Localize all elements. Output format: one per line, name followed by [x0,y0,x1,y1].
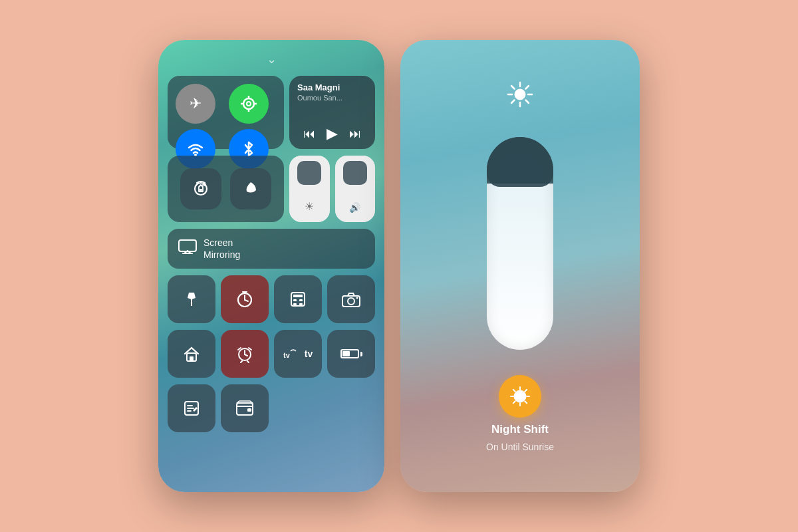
svg-line-35 [247,361,249,362]
svg-text:tv: tv [283,351,291,359]
timer-button[interactable] [221,275,269,323]
app-grid-row-2: tv tv [168,330,375,378]
night-shift-panel: Night Shift On Until Sunrise [400,40,640,492]
next-button[interactable]: ⏭ [349,127,361,141]
svg-rect-23 [293,295,303,297]
screen-mirroring-button[interactable]: ScreenMirroring [168,229,375,269]
svg-line-31 [245,354,247,356]
sun-icon-top [505,80,535,112]
svg-rect-8 [200,189,202,191]
music-panel: Saa Magni Oumou San... ⏮ ▶ ⏭ [289,76,375,149]
screen-mirroring-icon [178,239,197,258]
wallet-button[interactable] [221,384,269,432]
music-title: Saa Magni [297,82,367,94]
svg-line-60 [513,401,515,403]
music-artist: Oumou San... [297,94,367,102]
volume-slider[interactable]: 🔊 [335,156,376,222]
brightness-slider-handle [487,137,553,187]
svg-line-59 [525,390,527,392]
airplane-mode-button[interactable]: ✈ [176,84,215,124]
flashlight-button[interactable] [168,275,215,323]
screen-mirroring-row: ScreenMirroring [168,229,375,269]
notes-button[interactable] [168,384,215,432]
volume-icon: 🔊 [349,202,360,213]
calculator-button[interactable] [274,275,322,323]
svg-line-58 [525,401,527,403]
alarm-button[interactable] [221,330,269,378]
battery-icon [340,349,362,358]
svg-line-51 [511,100,515,104]
svg-line-49 [526,100,529,104]
app-grid-row-3 [168,384,375,432]
svg-rect-22 [299,303,303,305]
cellular-button[interactable] [229,84,269,124]
music-controls: ⏮ ▶ ⏭ [297,125,367,142]
svg-line-13 [245,300,248,301]
svg-point-52 [514,390,526,402]
appletv-button[interactable]: tv tv [274,330,322,378]
control-center-panel: ⌄ ✈ [158,40,384,492]
play-button[interactable]: ▶ [327,125,338,142]
rotation-lock-button[interactable] [180,168,221,209]
brightness-icon: ☀ [305,200,314,213]
svg-line-48 [511,86,515,89]
night-shift-sublabel: On Until Sunrise [486,442,554,452]
brightness-vertical-slider[interactable] [487,137,553,350]
svg-line-50 [526,86,529,89]
camera-button[interactable] [327,275,375,323]
svg-point-0 [243,98,254,109]
sliders-panel: ☀ 🔊 [289,156,375,222]
night-shift-bottom: Night Shift On Until Sunrise [486,375,554,452]
svg-rect-9 [179,240,196,251]
home-app-button[interactable] [168,330,215,378]
svg-rect-20 [299,299,303,301]
connectivity-panel: ✈ [168,76,284,149]
svg-point-26 [356,297,358,299]
battery-button[interactable] [327,330,375,378]
prev-button[interactable]: ⏮ [303,127,315,141]
svg-point-25 [348,298,354,305]
second-row: ☀ 🔊 [168,156,375,222]
svg-line-57 [513,390,515,392]
top-row: ✈ [168,76,375,149]
svg-rect-21 [293,303,297,305]
brightness-slider[interactable]: ☀ [289,156,330,222]
toggles-panel [168,156,284,222]
svg-rect-19 [293,299,297,301]
night-shift-icon-button[interactable] [499,375,541,418]
night-shift-label: Night Shift [491,423,549,436]
svg-rect-28 [190,356,194,361]
svg-point-43 [515,89,525,100]
do-not-disturb-button[interactable] [230,168,271,209]
chevron-down-icon[interactable]: ⌄ [168,52,375,66]
svg-line-34 [241,361,242,362]
screen-mirroring-label: ScreenMirroring [203,237,240,261]
svg-rect-42 [247,408,251,412]
svg-point-1 [247,102,251,106]
app-grid-row-1 [168,275,375,323]
